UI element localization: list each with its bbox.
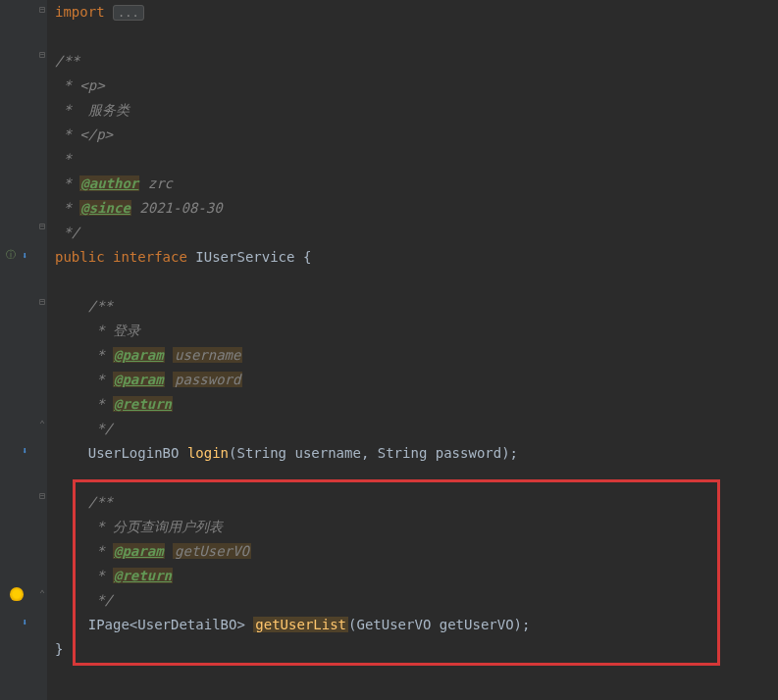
code-line[interactable]: * 服务类 bbox=[55, 98, 778, 123]
fold-toggle[interactable]: ⌃ bbox=[39, 419, 47, 426]
code-line[interactable]: UserLoginBO login(String username, Strin… bbox=[55, 441, 778, 466]
code-line[interactable]: /** bbox=[55, 294, 778, 319]
code-line[interactable]: * </p> bbox=[55, 123, 778, 147]
interface-icon[interactable]: ⓘ bbox=[4, 248, 18, 262]
fold-toggle[interactable]: ⌃ bbox=[39, 588, 47, 596]
folded-region[interactable]: ... bbox=[113, 5, 144, 21]
implemented-icon[interactable]: ⬇ bbox=[18, 248, 31, 262]
fold-toggle[interactable]: ⊟ bbox=[39, 4, 47, 12]
fold-toggle[interactable]: ⊟ bbox=[39, 296, 47, 304]
code-line[interactable]: * @since 2021-08-30 bbox=[55, 196, 778, 221]
fold-toggle[interactable]: ⊟ bbox=[39, 49, 47, 57]
gutter: ⊟ ⊟ ⊟ ⓘ ⬇ ⊟ ⌃ ⬇ ⊟ ⌃ ⬇ bbox=[0, 0, 47, 700]
intention-bulb-icon[interactable] bbox=[10, 587, 24, 601]
fold-toggle[interactable]: ⊟ bbox=[39, 490, 47, 498]
code-line[interactable]: */ bbox=[55, 588, 778, 613]
code-line[interactable]: IPage<UserDetailBO> getUserList(GetUserV… bbox=[55, 613, 778, 637]
code-line[interactable]: * @author zrc bbox=[55, 172, 778, 196]
code-line[interactable]: * bbox=[55, 147, 778, 172]
code-line[interactable]: } bbox=[55, 637, 778, 662]
implemented-icon[interactable]: ⬇ bbox=[18, 443, 31, 457]
code-line[interactable]: * @param password bbox=[55, 368, 778, 392]
code-line[interactable]: /** bbox=[55, 49, 778, 74]
code-line[interactable]: * @param getUserVO bbox=[55, 539, 778, 564]
code-line[interactable]: * 分页查询用户列表 bbox=[55, 515, 778, 539]
code-line[interactable]: */ bbox=[55, 417, 778, 441]
fold-toggle[interactable]: ⊟ bbox=[39, 221, 47, 228]
code-line[interactable]: * @param username bbox=[55, 343, 778, 368]
code-line[interactable]: * @return bbox=[55, 564, 778, 588]
code-line[interactable]: * <p> bbox=[55, 74, 778, 98]
implemented-icon[interactable]: ⬇ bbox=[18, 615, 31, 628]
code-line[interactable]: * @return bbox=[55, 392, 778, 417]
code-line[interactable]: */ bbox=[55, 221, 778, 245]
code-line[interactable]: import ... bbox=[55, 0, 778, 25]
code-area[interactable]: import ... /** * <p> * 服务类 * </p> * * @a… bbox=[47, 0, 778, 700]
code-line[interactable]: /** bbox=[55, 490, 778, 515]
code-line[interactable]: public interface IUserService { bbox=[55, 245, 778, 270]
code-line[interactable]: * 登录 bbox=[55, 319, 778, 343]
editor: ⊟ ⊟ ⊟ ⓘ ⬇ ⊟ ⌃ ⬇ ⊟ ⌃ ⬇ import ... /** * <… bbox=[0, 0, 778, 700]
